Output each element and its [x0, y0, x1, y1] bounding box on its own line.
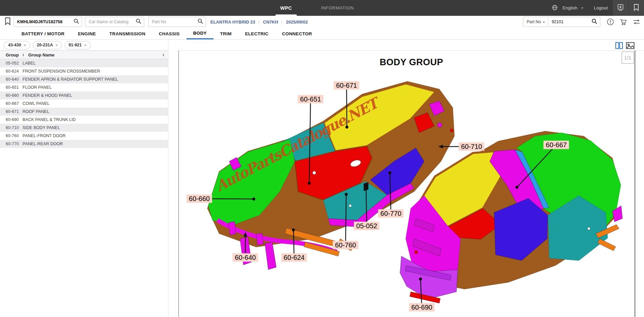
- filter-chip[interactable]: 20-231A ×: [33, 41, 62, 49]
- partno-search-box: [148, 17, 206, 27]
- topbar-tabs: WPCINFORMATION: [276, 0, 359, 16]
- group-code: 60-671: [0, 109, 23, 114]
- view-toggle: [615, 42, 635, 49]
- sort-icon[interactable]: ▲▼: [162, 53, 164, 56]
- topbar-icon-buttons: [612, 0, 644, 16]
- compare-arrows-icon[interactable]: [633, 18, 641, 25]
- category-tab[interactable]: BATTERY / MOTOR: [15, 28, 71, 39]
- category-tab[interactable]: CHASSIS: [152, 28, 186, 39]
- callout-label[interactable]: 60-660: [187, 195, 212, 203]
- catalog-date-link[interactable]: 2025/09/02: [286, 19, 308, 25]
- category-tab[interactable]: CONNECTOR: [275, 28, 319, 39]
- body-diagram[interactable]: AutoPartsCatalogue.NET: [179, 50, 644, 317]
- page-indicator: 1/1: [621, 51, 634, 64]
- table-row[interactable]: 60-651 FLOOR PANEL: [0, 83, 168, 91]
- group-code: 60-640: [0, 77, 23, 82]
- group-code: 60-624: [0, 69, 23, 74]
- table-row[interactable]: 60-671 ROOF PANEL: [0, 108, 168, 116]
- notice-icon[interactable]: [607, 18, 614, 26]
- table-row[interactable]: 05-052 LABEL: [0, 59, 168, 67]
- filter-chip-label: 20-231A: [37, 43, 53, 47]
- category-tab[interactable]: TRANSMISSION: [103, 28, 152, 39]
- table-row[interactable]: 60-710 SIDE BODY PANEL: [0, 124, 168, 132]
- table-row[interactable]: 60-770 PANEL-REAR DOOR: [0, 140, 168, 148]
- column-header-group-name[interactable]: Group Name: [28, 52, 54, 57]
- image-view-icon[interactable]: [626, 42, 635, 49]
- group-code: 60-760: [0, 133, 23, 138]
- category-tab[interactable]: BODY: [187, 28, 213, 39]
- filter-chip[interactable]: 43-430 ×: [4, 41, 30, 49]
- chip-close-icon[interactable]: ×: [55, 43, 58, 48]
- sort-icon[interactable]: ▲▼: [22, 53, 24, 56]
- diagram-pane: 1/1 BODY GROUP: [179, 40, 644, 317]
- category-tab[interactable]: ELECTRIC: [238, 28, 275, 39]
- toolbar-icons: [607, 17, 641, 27]
- group-code: 60-770: [0, 142, 23, 146]
- manual-download-icon: [617, 4, 624, 12]
- search-icon[interactable]: [136, 18, 141, 25]
- filter-chip-label: 91-921: [69, 43, 82, 47]
- language-selector[interactable]: English: [562, 5, 577, 10]
- search-icon[interactable]: [592, 18, 597, 26]
- vehicle-name-link[interactable]: ELANTRA HYBRID 23: [210, 19, 255, 25]
- bookmark-icon: [633, 4, 639, 12]
- vehicle-info: ELANTRA HYBRID 23 | CN7KH | 2025/09/02: [210, 16, 308, 28]
- diagram-scrollbar[interactable]: [635, 50, 635, 317]
- chip-close-icon[interactable]: ×: [84, 43, 87, 48]
- cart-icon[interactable]: [619, 18, 627, 26]
- callout-label[interactable]: 60-671: [334, 81, 359, 90]
- part-quick-search: Part No ▾: [523, 17, 600, 27]
- callout-label[interactable]: 60-770: [378, 209, 404, 218]
- group-name: LABEL: [23, 61, 36, 66]
- search-icon[interactable]: [198, 18, 203, 25]
- group-code: 60-660: [0, 93, 23, 98]
- part-search-type-select[interactable]: Part No ▾: [523, 19, 548, 24]
- wpc-app: WPCINFORMATION English ▾ Logout: [0, 0, 644, 317]
- callout-label[interactable]: 60-640: [233, 253, 258, 262]
- table-row[interactable]: 60-667 COWL PANEL: [0, 100, 168, 108]
- part-quick-search-input[interactable]: [548, 19, 592, 24]
- diagram-title: BODY GROUP: [179, 57, 644, 68]
- chevron-down-icon: ▾: [543, 20, 545, 24]
- partno-input[interactable]: [149, 17, 198, 26]
- callout-label[interactable]: 05-052: [354, 222, 379, 230]
- group-table-body: 05-052 LABEL 60-624 FRONT SUSPENSION CRO…: [0, 59, 168, 148]
- callout-label[interactable]: 60-690: [409, 303, 435, 312]
- group-name: FENDER & HOOD PANEL: [23, 93, 72, 98]
- chip-close-icon[interactable]: ×: [24, 43, 26, 48]
- callout-label[interactable]: 60-651: [298, 95, 323, 104]
- manual-download-button[interactable]: [612, 0, 628, 16]
- car-name-input[interactable]: [85, 17, 136, 26]
- category-tab[interactable]: TRIM: [213, 28, 238, 39]
- separator: |: [281, 19, 282, 25]
- group-name: ROOF PANEL: [23, 109, 49, 114]
- group-code: 60-690: [0, 117, 23, 122]
- split-view-icon[interactable]: [615, 42, 623, 49]
- callout-label[interactable]: 60-667: [544, 141, 569, 149]
- table-row[interactable]: 60-760 PANEL-FRONT DOOR: [0, 132, 168, 140]
- vehicle-code-link[interactable]: CN7KH: [263, 19, 278, 25]
- bookmarks-button[interactable]: [628, 0, 644, 16]
- group-code: 60-651: [0, 85, 23, 90]
- vin-input[interactable]: [14, 17, 74, 26]
- topbar-tab[interactable]: INFORMATION: [316, 0, 359, 16]
- group-code: 05-052: [0, 61, 23, 66]
- globe-icon: [552, 5, 558, 11]
- save-bookmark-icon[interactable]: [5, 17, 11, 27]
- category-tab[interactable]: ENGINE: [71, 28, 103, 39]
- group-name: COWL PANEL: [23, 101, 50, 106]
- search-icon[interactable]: [74, 18, 79, 25]
- table-row[interactable]: 60-660 FENDER & HOOD PANEL: [0, 91, 168, 100]
- callout-label[interactable]: 60-710: [459, 143, 484, 151]
- category-tabs: BATTERY / MOTORENGINETRANSMISSIONCHASSIS…: [0, 28, 644, 40]
- table-row[interactable]: 60-640 FENDER APRON & RADIATOR SUPPORT P…: [0, 75, 168, 83]
- logout-button[interactable]: Logout: [594, 5, 608, 10]
- callout-label[interactable]: 60-760: [333, 241, 358, 249]
- group-name: SIDE BODY PANEL: [23, 125, 60, 130]
- topbar-tab[interactable]: WPC: [276, 0, 297, 16]
- filter-chip[interactable]: 91-921 ×: [65, 41, 91, 49]
- callout-label[interactable]: 60-624: [281, 253, 307, 262]
- table-row[interactable]: 60-690 BACK PANEL & TRUNK LID: [0, 116, 168, 124]
- column-header-group[interactable]: Group: [6, 52, 19, 57]
- table-row[interactable]: 60-624 FRONT SUSPENSION CROSSMEMBER: [0, 67, 168, 75]
